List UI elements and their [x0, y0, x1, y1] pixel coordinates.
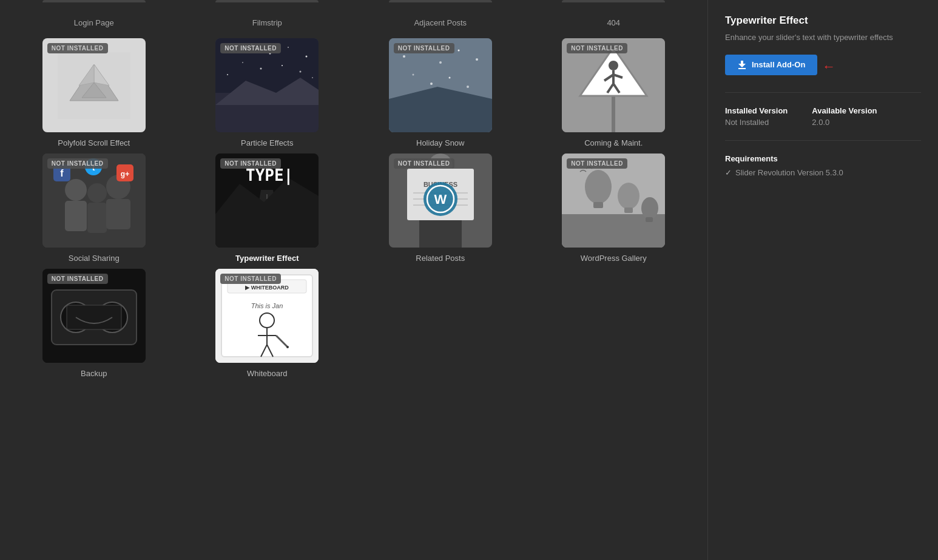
svg-point-43 — [87, 183, 107, 203]
svg-point-29 — [467, 86, 469, 88]
svg-text:W: W — [434, 192, 447, 207]
svg-point-15 — [300, 71, 302, 73]
svg-point-21 — [403, 55, 405, 58]
main-area: Login Page Filmstrip Adjacent Posts 404 … — [0, 0, 707, 560]
svg-point-24 — [457, 50, 459, 52]
svg-text:g+: g+ — [121, 170, 129, 178]
svg-rect-75 — [624, 207, 633, 213]
addon-login-page[interactable]: Login Page — [12, 0, 176, 32]
installed-version-col: Installed Version Not Installed — [725, 106, 788, 127]
not-installed-badge: NOT INSTALLED — [47, 43, 108, 53]
arrow-indicator: ← — [822, 59, 835, 75]
download-icon — [737, 60, 747, 70]
svg-text:TYPE|: TYPE| — [246, 166, 293, 185]
divider-2 — [725, 140, 921, 141]
not-installed-badge: NOT INSTALLED — [394, 43, 454, 53]
svg-point-98 — [286, 346, 289, 348]
check-icon: ✓ — [725, 168, 732, 177]
svg-rect-73 — [593, 202, 603, 208]
addon-grid-row1: NOT INSTALLED Polyfold Scroll Effect NOT — [12, 38, 695, 147]
svg-point-74 — [618, 183, 639, 209]
svg-point-27 — [430, 83, 433, 85]
addon-coming-maint[interactable]: NOT INSTALLED — [532, 38, 696, 147]
svg-text:▶ WHITEBOARD: ▶ WHITEBOARD — [246, 285, 289, 291]
svg-point-41 — [65, 179, 87, 201]
svg-point-10 — [288, 47, 289, 48]
addon-filmstrip[interactable]: Filmstrip — [186, 0, 349, 32]
addon-adjacent-posts[interactable]: Adjacent Posts — [359, 0, 522, 32]
addon-backup[interactable]: NOT INSTALLED — [12, 269, 176, 378]
sidebar: Typewriter Effect Enhance your slider's … — [707, 0, 938, 560]
requirement-item: ✓ Slider Revolution Version 5.3.0 — [725, 168, 921, 177]
available-version-col: Available Version 2.0.0 — [812, 106, 877, 127]
addon-related-posts[interactable]: NOT INSTALLED BUSINESS — [359, 153, 522, 263]
not-installed-badge: NOT INSTALLED — [47, 274, 108, 284]
svg-point-11 — [306, 56, 308, 58]
divider — [725, 92, 921, 93]
svg-point-76 — [641, 197, 658, 219]
addon-particle[interactable]: NOT INSTALLED — [186, 38, 349, 147]
addon-wp-gallery[interactable]: NOT INSTALLED — [532, 153, 696, 263]
svg-point-34 — [609, 61, 618, 70]
svg-rect-42 — [65, 201, 87, 231]
install-addon-button[interactable]: Install Add-On — [725, 55, 817, 75]
svg-text:f: f — [60, 168, 64, 178]
svg-rect-86 — [67, 305, 121, 329]
sidebar-addon-description: Enhance your slider's text with typewrit… — [725, 32, 921, 44]
svg-point-12 — [242, 62, 243, 63]
sidebar-addon-title: Typewriter Effect — [725, 15, 921, 27]
not-installed-badge: NOT INSTALLED — [47, 158, 108, 169]
svg-point-13 — [260, 68, 262, 70]
not-installed-badge: NOT INSTALLED — [567, 43, 627, 53]
addon-grid-row2: NOT INSTALLED f — [12, 153, 695, 263]
svg-point-14 — [282, 65, 283, 66]
addon-social-sharing[interactable]: NOT INSTALLED f — [12, 153, 176, 263]
svg-rect-99 — [738, 68, 746, 69]
svg-rect-44 — [87, 203, 107, 233]
svg-rect-77 — [646, 217, 653, 222]
addon-typewriter[interactable]: NOT INSTALLED TYPE| Typewriter Ef — [186, 153, 349, 263]
svg-point-16 — [227, 74, 228, 75]
svg-point-72 — [585, 170, 612, 204]
svg-point-28 — [448, 77, 450, 79]
not-installed-badge: NOT INSTALLED — [220, 43, 281, 53]
svg-rect-46 — [106, 199, 130, 229]
svg-point-25 — [476, 58, 478, 61]
svg-text:This is Jan: This is Jan — [251, 302, 283, 309]
not-installed-badge: NOT INSTALLED — [220, 274, 281, 284]
not-installed-badge: NOT INSTALLED — [567, 158, 627, 169]
version-row: Installed Version Not Installed Availabl… — [725, 106, 921, 127]
not-installed-badge: NOT INSTALLED — [220, 158, 281, 169]
addon-whiteboard[interactable]: NOT INSTALLED ▶ WHITEBOARD This is Jan — [186, 269, 349, 378]
svg-point-17 — [312, 77, 313, 78]
addon-polyfold[interactable]: NOT INSTALLED Polyfold Scroll Effect — [12, 38, 176, 147]
addon-grid-row3: NOT INSTALLED — [12, 269, 695, 378]
svg-rect-32 — [612, 93, 615, 132]
not-installed-badge: NOT INSTALLED — [394, 158, 454, 169]
requirements-title: Requirements — [725, 154, 921, 163]
addon-holiday-snow[interactable]: NOT INSTALLED — [359, 38, 522, 147]
svg-point-26 — [412, 74, 414, 76]
addon-404[interactable]: 404 — [532, 0, 696, 32]
svg-point-23 — [439, 61, 442, 64]
top-row: Login Page Filmstrip Adjacent Posts 404 — [12, 0, 695, 32]
